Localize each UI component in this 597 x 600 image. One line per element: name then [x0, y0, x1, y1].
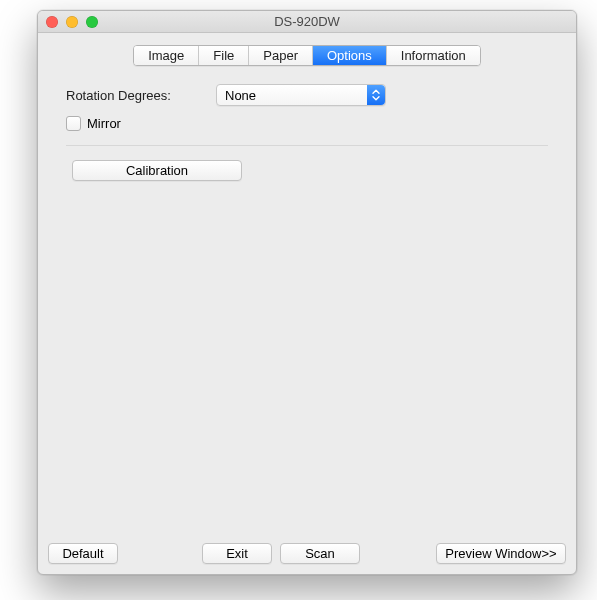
- mirror-checkbox[interactable]: [66, 116, 81, 131]
- options-panel: Rotation Degrees: None Mirror Calibratio…: [38, 66, 576, 535]
- default-label: Default: [62, 546, 103, 561]
- zoom-icon[interactable]: [86, 16, 98, 28]
- titlebar: DS-920DW: [38, 11, 576, 33]
- tab-paper[interactable]: Paper: [249, 46, 313, 65]
- default-button[interactable]: Default: [48, 543, 118, 564]
- preview-window-button[interactable]: Preview Window>>: [436, 543, 566, 564]
- mirror-row: Mirror: [66, 116, 548, 131]
- scan-button[interactable]: Scan: [280, 543, 360, 564]
- tab-information[interactable]: Information: [387, 46, 480, 65]
- rotation-value: None: [225, 88, 256, 103]
- tab-options[interactable]: Options: [313, 46, 387, 65]
- exit-button[interactable]: Exit: [202, 543, 272, 564]
- rotation-label: Rotation Degrees:: [66, 88, 216, 103]
- close-icon[interactable]: [46, 16, 58, 28]
- minimize-icon[interactable]: [66, 16, 78, 28]
- tab-bar: Image File Paper Options Information: [38, 45, 576, 66]
- segmented-control: Image File Paper Options Information: [133, 45, 481, 66]
- tab-image[interactable]: Image: [134, 46, 199, 65]
- bottom-bar: Default Exit Scan Preview Window>>: [38, 535, 576, 574]
- window-title: DS-920DW: [38, 14, 576, 29]
- calibration-label: Calibration: [126, 163, 188, 178]
- divider: [66, 145, 548, 146]
- calibration-row: Calibration: [72, 160, 548, 181]
- scanner-settings-window: DS-920DW Image File Paper Options Inform…: [37, 10, 577, 575]
- tab-file[interactable]: File: [199, 46, 249, 65]
- mirror-label: Mirror: [87, 116, 121, 131]
- rotation-select[interactable]: None: [216, 84, 386, 106]
- exit-label: Exit: [226, 546, 248, 561]
- chevron-up-down-icon: [367, 85, 385, 105]
- scan-label: Scan: [305, 546, 335, 561]
- calibration-button[interactable]: Calibration: [72, 160, 242, 181]
- preview-label: Preview Window>>: [445, 546, 556, 561]
- rotation-row: Rotation Degrees: None: [66, 84, 548, 106]
- traffic-lights: [46, 16, 98, 28]
